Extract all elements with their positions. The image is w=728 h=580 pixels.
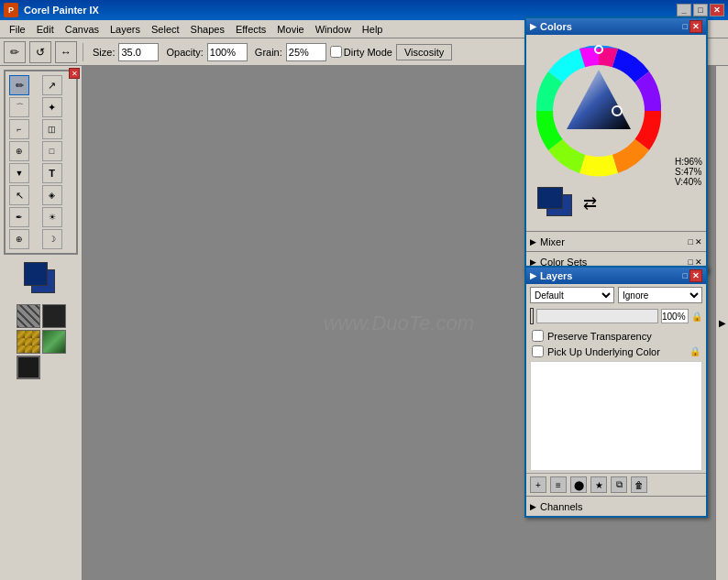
swap-colors-btn[interactable]: ⇄ bbox=[583, 193, 597, 213]
layers-list-area[interactable] bbox=[530, 361, 702, 471]
node-icon[interactable]: ◈ bbox=[42, 185, 62, 205]
preserve-transparency-checkbox[interactable] bbox=[532, 330, 544, 342]
viscosity-button[interactable]: Viscosity bbox=[396, 44, 452, 60]
burn-icon[interactable]: ☀ bbox=[42, 207, 62, 227]
wand-icon[interactable]: ✦ bbox=[42, 97, 62, 117]
app-icon: P bbox=[4, 3, 18, 17]
close-button[interactable]: ✕ bbox=[710, 4, 724, 16]
mixer-subpanel[interactable]: ▶ Mixer □ ✕ bbox=[526, 231, 706, 251]
layers-panel-icon1[interactable]: □ bbox=[683, 271, 688, 280]
colors-panel: ▶ Colors □ ✕ bbox=[524, 16, 708, 273]
colors-panel-icon1[interactable]: □ bbox=[683, 22, 688, 31]
preserve-transparency-label: Preserve Transparency bbox=[547, 331, 652, 342]
colors-panel-title: Colors bbox=[540, 21, 683, 32]
grain-input[interactable] bbox=[286, 43, 326, 61]
layers-toolbar: Default Ignore bbox=[526, 284, 706, 306]
channels-label: Channels bbox=[540, 501, 582, 512]
layers-panel-close[interactable]: ✕ bbox=[689, 269, 702, 282]
color-controls: ⇄ bbox=[534, 187, 699, 224]
mixer-arrow: ▶ bbox=[530, 237, 536, 246]
crop-icon[interactable]: ⌐ bbox=[9, 119, 29, 139]
preserve-transparency-row: Preserve Transparency bbox=[526, 328, 706, 344]
layer-composite-select[interactable]: Ignore bbox=[618, 287, 702, 303]
pattern-4[interactable] bbox=[42, 330, 66, 354]
brush-icon[interactable]: ✏ bbox=[9, 75, 29, 95]
hand-icon[interactable]: ☽ bbox=[42, 229, 62, 249]
transform-icon[interactable]: ◫ bbox=[42, 119, 62, 139]
dirty-mode-label: Dirty Mode bbox=[344, 47, 392, 58]
text-icon[interactable]: T bbox=[42, 163, 62, 183]
lasso-icon[interactable]: ⌒ bbox=[9, 97, 29, 117]
toolbox-close-btn[interactable]: ✕ bbox=[69, 68, 80, 79]
fg-color-preview[interactable] bbox=[537, 187, 563, 209]
right-panel-arrow[interactable]: ▶ bbox=[715, 66, 728, 580]
new-layer-btn[interactable]: + bbox=[530, 476, 546, 493]
size-input[interactable] bbox=[118, 43, 159, 61]
rotate-tool-btn[interactable]: ↺ bbox=[29, 41, 51, 63]
dirty-mode-checkbox[interactable] bbox=[330, 46, 342, 58]
menu-window[interactable]: Window bbox=[310, 22, 357, 37]
select-icon[interactable]: ↗ bbox=[42, 75, 62, 95]
maximize-button[interactable]: □ bbox=[693, 4, 708, 16]
pattern-swatches bbox=[17, 304, 66, 379]
layers-panel-title: Layers bbox=[540, 270, 683, 281]
pattern-1[interactable] bbox=[17, 304, 40, 328]
pattern-5[interactable] bbox=[17, 356, 40, 379]
brush-tool-btn[interactable]: ✏ bbox=[4, 41, 26, 63]
menu-canvas[interactable]: Canvas bbox=[60, 22, 105, 37]
menu-help[interactable]: Help bbox=[357, 22, 389, 37]
menu-layers[interactable]: Layers bbox=[105, 22, 146, 37]
mixer-close[interactable]: ✕ bbox=[695, 237, 702, 246]
toolbox: ✕ ✏ ↗ ⌒ ✦ ⌐ ◫ ⊕ □ ▼ T ↖ ◈ ✒ ☀ ⊕ ☽ bbox=[0, 66, 83, 580]
color-sets-icon1[interactable]: □ bbox=[689, 257, 693, 267]
layers-panel-title-bar: ▶ Layers □ ✕ bbox=[526, 268, 706, 284]
color-swatches bbox=[4, 262, 78, 379]
layers-collapse-arrow[interactable]: ▶ bbox=[530, 271, 536, 280]
layers-panel: ▶ Layers □ ✕ Default Ignore 🔒 Preserve T… bbox=[524, 266, 708, 518]
colors-panel-close[interactable]: ✕ bbox=[689, 20, 702, 33]
arrow-icon[interactable]: ↖ bbox=[9, 185, 29, 205]
pick-up-color-checkbox[interactable] bbox=[532, 345, 544, 357]
dirty-mode-checkbox-row: Dirty Mode bbox=[330, 46, 392, 58]
pattern-3[interactable] bbox=[17, 330, 40, 354]
layer-opacity-input[interactable] bbox=[661, 309, 689, 323]
menu-select[interactable]: Select bbox=[146, 22, 185, 37]
menu-movie[interactable]: Movie bbox=[271, 22, 309, 37]
layer-effect-btn[interactable]: ★ bbox=[590, 476, 607, 493]
color-sets-close[interactable]: ✕ bbox=[695, 257, 702, 267]
shape-icon[interactable]: □ bbox=[42, 141, 62, 161]
layer-type-select[interactable]: Default bbox=[530, 287, 614, 303]
colors-panel-title-bar: ▶ Colors □ ✕ bbox=[526, 18, 706, 35]
eyedropper-icon[interactable]: ✒ bbox=[9, 207, 29, 227]
layer-mask-btn[interactable]: ⬤ bbox=[570, 476, 587, 493]
fg-color-swatch[interactable] bbox=[24, 262, 48, 286]
layer-copy-btn[interactable]: ⧉ bbox=[611, 476, 627, 493]
layer-lock-icon: 🔒 bbox=[691, 312, 702, 322]
channels-subpanel[interactable]: ▶ Channels bbox=[526, 496, 706, 516]
color-sets-arrow: ▶ bbox=[530, 257, 536, 267]
menu-shapes[interactable]: Shapes bbox=[185, 22, 230, 37]
opacity-input[interactable] bbox=[207, 43, 248, 61]
menu-file[interactable]: File bbox=[4, 22, 31, 37]
pattern-2[interactable] bbox=[42, 304, 66, 328]
layer-options-btn[interactable]: ≡ bbox=[550, 476, 567, 493]
fill-icon[interactable]: ▼ bbox=[9, 163, 29, 183]
opacity-label: Opacity: bbox=[166, 47, 203, 58]
layer-name-input[interactable] bbox=[536, 309, 658, 323]
color-values: H:96% S:47% V:40% bbox=[675, 157, 702, 187]
lock-icon: 🔒 bbox=[689, 346, 700, 356]
zoom-icon[interactable]: ⊕ bbox=[9, 229, 29, 249]
color-wheel-area: H:96% S:47% V:40% ⇄ bbox=[526, 35, 706, 231]
mixer-icon1[interactable]: □ bbox=[689, 237, 693, 246]
layer-row: 🔒 bbox=[526, 306, 706, 326]
clone-icon[interactable]: ⊕ bbox=[9, 141, 29, 161]
flip-tool-btn[interactable]: ↔ bbox=[55, 41, 77, 63]
color-wheel[interactable] bbox=[530, 42, 667, 180]
brightness-value: V:40% bbox=[675, 177, 702, 187]
minimize-button[interactable]: _ bbox=[677, 4, 691, 16]
delete-layer-btn[interactable]: 🗑 bbox=[631, 476, 647, 493]
colors-collapse-arrow[interactable]: ▶ bbox=[530, 22, 536, 31]
pick-up-color-label: Pick Up Underlying Color bbox=[547, 346, 660, 357]
menu-effects[interactable]: Effects bbox=[230, 22, 271, 37]
menu-edit[interactable]: Edit bbox=[31, 22, 60, 37]
